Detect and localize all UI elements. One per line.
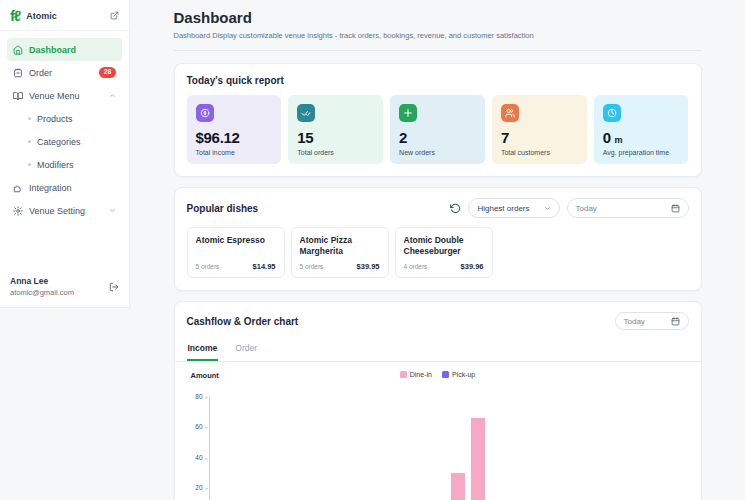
stats-row: $96.12 Total income 15 Total orders xyxy=(187,95,689,164)
app-window: fℓ Atomic Dashboard Order 28 xyxy=(0,0,745,500)
dish-price: $39.95 xyxy=(357,262,380,271)
sidebar-item-categories[interactable]: Categories xyxy=(7,130,122,153)
tab-order[interactable]: Order xyxy=(234,338,258,361)
chart-slot: 06:00 xyxy=(329,397,349,500)
sidebar-nav: Dashboard Order 28 Venue Menu xyxy=(0,31,129,222)
brand-name: Atomic xyxy=(26,11,57,21)
stat-value: 0 m xyxy=(603,130,680,145)
dish-price: $39.96 xyxy=(461,262,484,271)
stat-label: Total customers xyxy=(501,149,578,156)
dish-card: Atomic Pizza Margherita 5 orders $39.95 xyxy=(291,227,389,278)
legend-swatch xyxy=(400,371,407,378)
stat-label: Total orders xyxy=(297,149,374,156)
legend-swatch xyxy=(442,371,449,378)
sidebar-item-modifiers[interactable]: Modifiers xyxy=(7,153,122,176)
quick-report-card: Today's quick report $96.12 Total income xyxy=(174,63,702,177)
chart-legend: Dine-in Pick-up xyxy=(175,371,701,378)
chart-slot: 07:00 xyxy=(349,397,369,500)
users-icon xyxy=(501,104,519,122)
sidebar-item-products[interactable]: Products xyxy=(7,107,122,130)
stat-card: 15 Total orders xyxy=(288,95,383,164)
chart-slot: 10:00 xyxy=(408,397,428,500)
sidebar-item-label: Venue Setting xyxy=(29,206,85,216)
user-info: Anna Lee atomic@gmail.com xyxy=(10,276,74,297)
chart-slot: 21:00 xyxy=(627,397,647,500)
dish-name: Atomic Double Cheeseburger xyxy=(404,235,484,257)
bullet-dot-icon xyxy=(28,163,31,166)
stat-card: $96.12 Total income xyxy=(187,95,282,164)
y-tick-label: 80 xyxy=(195,394,202,401)
bar-chart: 020406080 00:0001:0003:0005:0006:0007:00… xyxy=(191,397,687,500)
chart-slot: 01:00 xyxy=(229,397,249,500)
chart-slot: 17:00 xyxy=(547,397,567,500)
sidebar-item-label: Categories xyxy=(37,137,81,147)
sidebar-item-venue-setting[interactable]: Venue Setting xyxy=(7,199,122,222)
stat-card: 0 m Avg. preparation time xyxy=(594,95,689,164)
clock-icon xyxy=(603,104,621,122)
user-email: atomic@gmail.com xyxy=(10,288,74,297)
chart-slots: 00:0001:0003:0005:0006:0007:0009:0010:00… xyxy=(210,397,687,500)
cashflow-title: Cashflow & Order chart xyxy=(187,316,299,327)
gear-icon xyxy=(13,206,23,216)
sidebar-item-integration[interactable]: Integration xyxy=(7,176,122,199)
sidebar: fℓ Atomic Dashboard Order 28 xyxy=(0,0,130,308)
chart-slot: 14:00 xyxy=(488,397,508,500)
popular-dishes-title: Popular dishes xyxy=(187,203,259,214)
chevron-down-icon xyxy=(544,205,551,212)
sidebar-item-dashboard[interactable]: Dashboard xyxy=(7,38,122,61)
popular-dishes-card: Popular dishes Highest orders Toda xyxy=(174,187,702,291)
user-name: Anna Lee xyxy=(10,276,74,286)
y-tick-label: 40 xyxy=(195,455,202,462)
chevron-down-icon xyxy=(109,207,116,214)
clipboard-icon xyxy=(13,68,23,78)
legend-item-pick-up: Pick-up xyxy=(442,371,475,378)
book-open-icon xyxy=(13,91,23,101)
legend-label: Dine-in xyxy=(410,371,432,378)
sidebar-item-venue-menu[interactable]: Venue Menu xyxy=(7,84,122,107)
stat-value: 15 xyxy=(297,130,374,145)
sort-dropdown[interactable]: Highest orders xyxy=(468,198,559,218)
dollar-circle-icon xyxy=(196,104,214,122)
dish-card: Atomic Espresso 5 orders $14.95 xyxy=(187,227,285,278)
chart-tabs: Income Order xyxy=(175,338,701,362)
chart-slot: 03:00 xyxy=(269,397,289,500)
chart-slot: 09:00 xyxy=(388,397,408,500)
y-tick-label: 20 xyxy=(195,485,202,492)
date-picker[interactable]: Today xyxy=(567,198,689,218)
sidebar-item-label: Integration xyxy=(29,183,72,193)
chart-slot xyxy=(369,397,389,500)
sidebar-item-order[interactable]: Order 28 xyxy=(7,61,122,84)
stat-card: 7 Total customers xyxy=(492,95,587,164)
dish-orders: 5 orders xyxy=(196,263,220,270)
calendar-icon xyxy=(671,317,680,326)
bar-dine-in xyxy=(471,418,485,500)
chart-slot: 19:00 xyxy=(587,397,607,500)
chart-slot: 05:00 xyxy=(309,397,329,500)
chart-date-value: Today xyxy=(624,317,645,326)
stat-label: Avg. preparation time xyxy=(603,149,680,156)
bar-dine-in xyxy=(451,473,465,500)
sort-dropdown-value: Highest orders xyxy=(477,204,529,213)
chart-slot: 11:00 xyxy=(428,397,448,500)
chart-slot: 00:00 xyxy=(210,397,230,500)
stat-label: Total income xyxy=(196,149,273,156)
main-area: Dashboard Dashboard Display customizable… xyxy=(130,0,745,500)
legend-label: Pick-up xyxy=(452,371,475,378)
legend-item-dine-in: Dine-in xyxy=(400,371,432,378)
external-link-icon[interactable] xyxy=(110,11,119,20)
chevron-up-icon xyxy=(109,92,116,99)
page-title: Dashboard xyxy=(174,9,702,26)
logout-icon[interactable] xyxy=(109,282,119,292)
chart-slot: 16:00 xyxy=(528,397,548,500)
bullet-dot-icon xyxy=(28,140,31,143)
chart-slot xyxy=(249,397,269,500)
stat-value: $96.12 xyxy=(196,130,273,145)
chart-plot-frame: 00:0001:0003:0005:0006:0007:0009:0010:00… xyxy=(209,397,687,500)
dish-orders: 4 orders xyxy=(404,263,428,270)
tab-income[interactable]: Income xyxy=(187,338,219,361)
chart-date-picker[interactable]: Today xyxy=(615,312,689,330)
y-tick-label: 60 xyxy=(195,424,202,431)
chart-slot xyxy=(289,397,309,500)
reset-filter-icon[interactable] xyxy=(450,203,461,214)
sidebar-item-label: Products xyxy=(37,114,73,124)
